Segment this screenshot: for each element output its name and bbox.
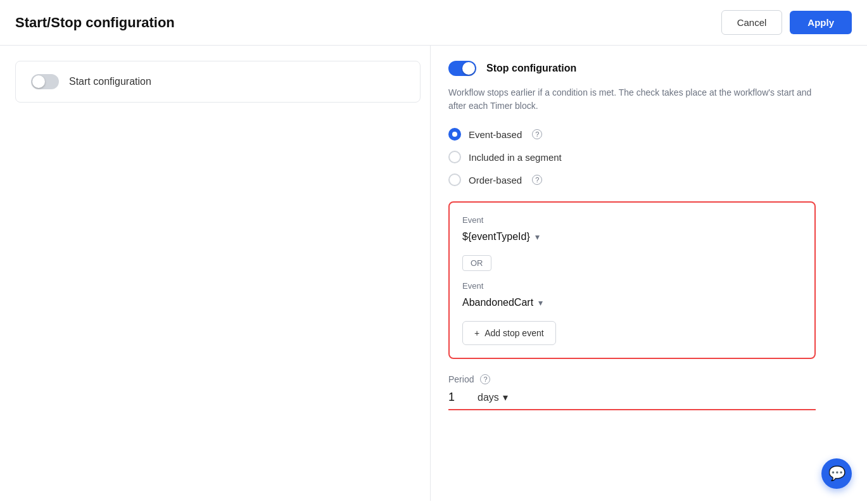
event1-dropdown[interactable]: ${eventTypeId} ▾ bbox=[462, 229, 802, 245]
period-label: Period ? bbox=[448, 374, 816, 384]
period-label-text: Period bbox=[448, 374, 474, 384]
period-value[interactable]: 1 bbox=[448, 391, 467, 404]
radio-circle-included-in-segment bbox=[448, 151, 461, 163]
stop-config-description: Workflow stops earlier if a condition is… bbox=[448, 86, 816, 113]
start-config-box: Start configuration bbox=[15, 61, 421, 103]
header: Start/Stop configuration Cancel Apply bbox=[0, 0, 867, 46]
event1-chevron-down-icon: ▾ bbox=[535, 232, 540, 242]
radio-group: Event-based ? Included in a segment Orde… bbox=[448, 128, 849, 186]
page-title: Start/Stop configuration bbox=[15, 15, 175, 31]
help-icon-order-based[interactable]: ? bbox=[532, 175, 542, 185]
period-section: Period ? 1 days ▾ bbox=[448, 374, 816, 410]
period-unit-value: days bbox=[478, 392, 499, 403]
event1-value: ${eventTypeId} bbox=[462, 231, 530, 243]
radio-label-included-in-segment: Included in a segment bbox=[469, 152, 562, 163]
event2-value: AbandonedCart bbox=[462, 297, 533, 308]
period-unit-chevron-down-icon: ▾ bbox=[503, 391, 508, 403]
help-icon-event-based[interactable]: ? bbox=[532, 129, 542, 139]
stop-config-toggle[interactable] bbox=[448, 61, 476, 76]
start-config-toggle[interactable] bbox=[31, 74, 59, 89]
event1-label: Event bbox=[462, 215, 802, 225]
event-box: Event ${eventTypeId} ▾ OR Event Abandone… bbox=[448, 201, 816, 359]
event2-chevron-down-icon: ▾ bbox=[538, 298, 543, 308]
radio-label-order-based: Order-based bbox=[469, 175, 522, 186]
left-panel: Start configuration bbox=[0, 46, 431, 501]
event2-label: Event bbox=[462, 281, 802, 291]
radio-included-in-segment[interactable]: Included in a segment bbox=[448, 151, 849, 163]
stop-config-header: Stop configuration bbox=[448, 61, 849, 76]
or-badge: OR bbox=[462, 255, 491, 271]
radio-label-event-based: Event-based bbox=[469, 129, 522, 140]
period-unit-dropdown[interactable]: days ▾ bbox=[478, 391, 508, 403]
main-content: Start configuration Stop configuration W… bbox=[0, 46, 867, 501]
start-config-label: Start configuration bbox=[69, 76, 151, 87]
apply-button[interactable]: Apply bbox=[790, 11, 852, 34]
chat-button[interactable]: 💬 bbox=[821, 458, 852, 489]
add-stop-event-button[interactable]: + Add stop event bbox=[462, 321, 556, 345]
cancel-button[interactable]: Cancel bbox=[721, 10, 783, 35]
right-panel: Stop configuration Workflow stops earlie… bbox=[431, 46, 867, 501]
header-actions: Cancel Apply bbox=[721, 10, 852, 35]
chat-icon: 💬 bbox=[828, 465, 845, 482]
radio-circle-order-based bbox=[448, 173, 461, 186]
period-inputs: 1 days ▾ bbox=[448, 391, 816, 410]
radio-order-based[interactable]: Order-based ? bbox=[448, 173, 849, 186]
stop-config-label: Stop configuration bbox=[486, 63, 576, 74]
plus-icon: + bbox=[474, 328, 479, 338]
help-icon-period[interactable]: ? bbox=[480, 374, 490, 384]
radio-event-based[interactable]: Event-based ? bbox=[448, 128, 849, 141]
radio-circle-event-based bbox=[448, 128, 461, 141]
add-stop-event-label: Add stop event bbox=[484, 328, 543, 338]
event2-dropdown[interactable]: AbandonedCart ▾ bbox=[462, 294, 802, 311]
